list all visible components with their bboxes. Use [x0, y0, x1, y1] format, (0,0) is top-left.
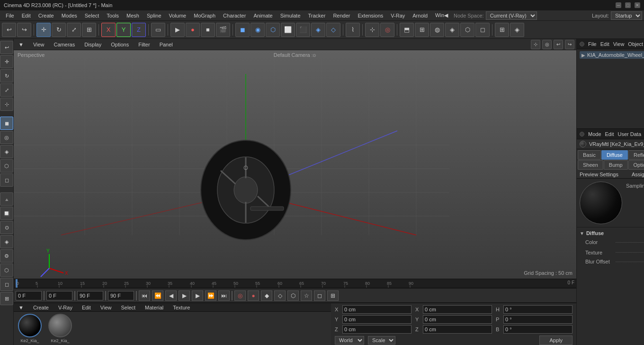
vt-filter[interactable]: Filter	[135, 41, 152, 48]
close-button[interactable]: ✕	[635, 2, 640, 8]
scale-tool-button[interactable]: ⤢	[67, 23, 81, 37]
render2-button[interactable]: ◈	[510, 23, 524, 37]
z-scale-input[interactable]	[423, 325, 492, 334]
world-select[interactable]: World Object	[335, 336, 364, 345]
layout-select[interactable]: Startup	[611, 11, 642, 20]
layer1-button[interactable]: ◻	[314, 291, 325, 301]
vt-icon2[interactable]: ◎	[542, 40, 552, 49]
y-position-input[interactable]	[342, 315, 411, 324]
extra6-button[interactable]: ◻	[475, 23, 490, 37]
menu-extensions[interactable]: Extensions	[354, 12, 387, 19]
ml-select[interactable]: Select	[118, 304, 139, 311]
sidebar-btn-tool3[interactable]: ⊙	[0, 221, 13, 234]
ml-texture[interactable]: Texture	[170, 304, 193, 311]
menu-create[interactable]: Create	[35, 12, 58, 19]
layer2-button[interactable]: ⊞	[327, 291, 339, 301]
vt-icon3[interactable]: ↩	[554, 40, 563, 49]
sidebar-btn-3[interactable]: ↻	[0, 69, 13, 82]
object5-button[interactable]: ⬛	[296, 23, 310, 37]
render-button[interactable]: ⊞	[495, 23, 509, 37]
menu-render[interactable]: Render	[329, 12, 354, 19]
skip-start-button[interactable]: ⏮	[139, 291, 150, 301]
menu-vray[interactable]: V-Ray	[387, 12, 409, 19]
sidebar-btn-mode2[interactable]: ◎	[0, 131, 13, 144]
sidebar-btn-tool8[interactable]: ⊞	[0, 292, 13, 305]
object7-button[interactable]: ◇	[326, 23, 340, 37]
menu-tools[interactable]: Tools	[103, 12, 123, 19]
y-axis-button[interactable]: Y	[116, 23, 131, 37]
prev-frame-button[interactable]: ⏪	[152, 291, 163, 301]
snap-button[interactable]: ⊹	[365, 23, 379, 37]
menu-spline[interactable]: Spline	[143, 12, 165, 19]
step-forward-button[interactable]: ▶	[192, 291, 203, 301]
sidebar-btn-mode1[interactable]: ◼	[0, 117, 13, 130]
ml-edit[interactable]: Edit	[79, 304, 94, 311]
record-button[interactable]: ●	[186, 23, 200, 37]
menu-simulate[interactable]: Simulate	[277, 12, 304, 19]
mat-mode[interactable]: Mode	[588, 131, 601, 137]
keyframe3-button[interactable]: ⬡	[287, 291, 299, 301]
tab-bump[interactable]: Bump	[604, 160, 628, 170]
tab-basic[interactable]: Basic	[578, 150, 601, 160]
spline-button[interactable]: ⌇	[346, 23, 360, 37]
x-position-input[interactable]	[342, 305, 411, 314]
mat-userdata[interactable]: User Data	[618, 131, 642, 137]
z-position-input[interactable]	[342, 325, 411, 334]
x-scale-input[interactable]	[423, 305, 492, 314]
sidebar-btn-tool7[interactable]: ◻	[0, 278, 13, 291]
extra2-button[interactable]: ⊞	[415, 23, 429, 37]
material-thumb-2[interactable]: Ke2_Kia_	[46, 314, 74, 343]
rotate-tool-button[interactable]: ↻	[52, 23, 66, 37]
sidebar-btn-mode5[interactable]: ◻	[0, 173, 13, 187]
play-button[interactable]: ▶	[170, 23, 185, 37]
step-back-button[interactable]: ◀	[165, 291, 177, 301]
sidebar-btn-tool4[interactable]: ◈	[0, 235, 13, 248]
tab-options[interactable]: Options	[628, 160, 644, 170]
keyframe2-button[interactable]: ◇	[274, 291, 286, 301]
ml-vray[interactable]: V-Ray	[55, 304, 75, 311]
cylinder-button[interactable]: ⬡	[266, 23, 280, 37]
menu-modes[interactable]: Modes	[58, 12, 81, 19]
ml-material[interactable]: Material	[142, 304, 166, 311]
menu-volume[interactable]: Volume	[165, 12, 190, 19]
menu-character[interactable]: Character	[219, 12, 250, 19]
record3-button[interactable]: ◎	[234, 291, 246, 301]
scale-select[interactable]: Scale	[368, 336, 395, 345]
object-item[interactable]: ▶ KIA_Automobile_Wheel_and_Suspension_As…	[580, 51, 644, 59]
viewport-canvas[interactable]: X Y Z Perspective Default Camera :⊙ Grid…	[14, 50, 576, 279]
minimize-button[interactable]: ─	[616, 2, 621, 8]
timeline-start-input[interactable]	[16, 291, 42, 300]
menu-animate[interactable]: Animate	[250, 12, 276, 19]
om-view[interactable]: View	[613, 41, 625, 47]
redo-button[interactable]: ↪	[17, 23, 31, 37]
diffuse-collapse-icon[interactable]: ▼	[580, 231, 584, 236]
b-rotation-input[interactable]	[503, 325, 572, 334]
menu-file[interactable]: File	[2, 12, 18, 19]
h-rotation-input[interactable]	[503, 305, 572, 314]
ml-view[interactable]: View	[98, 304, 115, 311]
sidebar-btn-mode3[interactable]: ◈	[0, 145, 13, 158]
y-scale-input[interactable]	[423, 315, 492, 324]
om-file[interactable]: File	[588, 41, 597, 47]
mat-edit[interactable]: Edit	[605, 131, 614, 137]
timeline-end-input[interactable]	[77, 291, 103, 300]
assign-button[interactable]: Assign	[632, 172, 644, 177]
vt-display[interactable]: Display	[81, 41, 104, 48]
timeline-max-input[interactable]	[108, 291, 134, 300]
menu-select[interactable]: Select	[81, 12, 103, 19]
record2-button[interactable]: ◎	[380, 23, 394, 37]
om-edit[interactable]: Edit	[600, 41, 609, 47]
preview-settings-label[interactable]: Preview Settings	[580, 172, 618, 177]
sidebar-btn-tool1[interactable]: ⟁	[0, 192, 13, 206]
node-space-select[interactable]: Current (V-Ray)	[486, 11, 537, 20]
render-preview-button[interactable]: 🎬	[216, 23, 230, 37]
next-frame-button[interactable]: ⏩	[205, 291, 216, 301]
tab-reflection[interactable]: Reflection	[628, 150, 644, 160]
skip-end-button[interactable]: ⏭	[218, 291, 230, 301]
menu-tracker[interactable]: Tracker	[304, 12, 330, 19]
object6-button[interactable]: ◈	[311, 23, 325, 37]
move-tool-button[interactable]: ✛	[36, 23, 51, 37]
transform-tool-button[interactable]: ⊞	[82, 23, 96, 37]
vt-menu-btn[interactable]: ▼	[16, 41, 27, 48]
vt-icon1[interactable]: ⊹	[531, 40, 540, 49]
